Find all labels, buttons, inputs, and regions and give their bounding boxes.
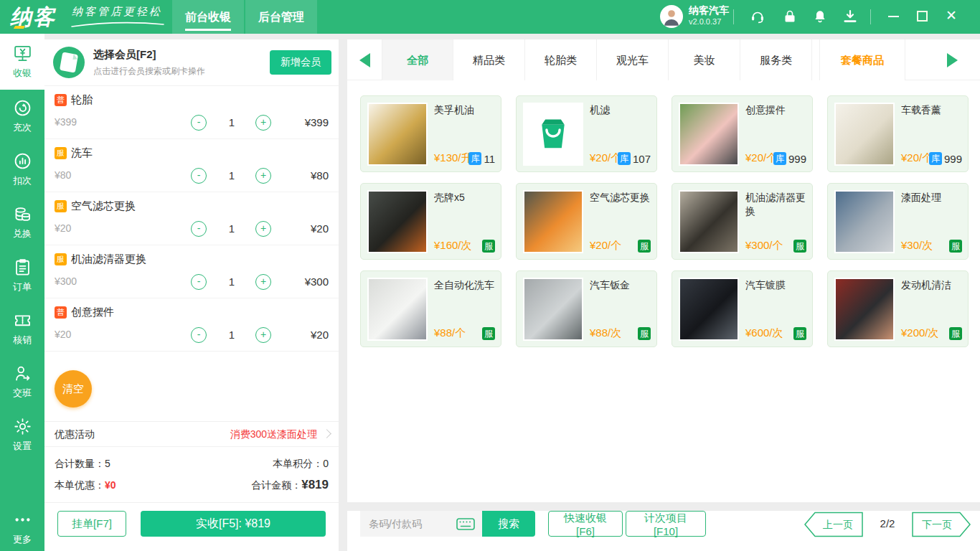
product-card[interactable]: 美孚机油 ¥130/升 库11	[360, 95, 501, 172]
minimize-button[interactable]	[888, 16, 899, 17]
product-card[interactable]: 全自动化洗车 ¥88/个 服	[360, 270, 501, 347]
product-card[interactable]: 创意摆件 ¥20/个 库999	[672, 95, 813, 172]
product-card[interactable]: 汽车钣金 ¥88/次 服	[516, 270, 657, 347]
page-indicator: 2/2	[870, 517, 905, 529]
points-value: 0	[323, 458, 329, 469]
search-button[interactable]: 搜索	[482, 511, 535, 537]
sidebar-item-verify[interactable]: 核销	[0, 302, 44, 355]
product-card[interactable]: 机油滤清器更换 ¥300/个 服	[672, 183, 813, 260]
decrease-qty-button[interactable]: -	[191, 168, 207, 184]
bell-icon[interactable]	[811, 8, 829, 25]
product-card[interactable]: 汽车镀膜 ¥600/次 服	[672, 270, 813, 347]
cart-item: 普 创意摆件 ¥20 - 1 + ¥20	[44, 298, 339, 352]
support-icon[interactable]	[749, 8, 766, 25]
chevron-right-icon	[322, 429, 331, 438]
maximize-button[interactable]	[917, 11, 928, 22]
service-badge: 服	[793, 240, 806, 253]
product-card[interactable]: 机滤 ¥20/个 库107	[516, 95, 657, 172]
pay-button[interactable]: 实收[F5]: ¥819	[141, 511, 326, 537]
sidebar-item-more[interactable]: 更多	[0, 505, 44, 551]
product-card[interactable]: 车载香薰 ¥20/个 库999	[827, 95, 969, 172]
hold-order-button[interactable]: 挂单[F7]	[57, 511, 126, 537]
product-image	[367, 103, 428, 166]
close-button[interactable]: ✕	[943, 7, 960, 24]
cart-item-qty: 1	[221, 169, 242, 182]
product-name: 机油滤清器更换	[745, 191, 806, 218]
points-label: 本单积分：	[273, 458, 323, 469]
product-card[interactable]: 发动机清洁 ¥200/次 服	[827, 270, 969, 347]
cart-item-qty: 1	[221, 276, 242, 288]
cart-item-name: 空气滤芯更换	[71, 199, 136, 213]
sidebar-item-orders[interactable]: 订单	[0, 249, 44, 302]
decrease-qty-button[interactable]: -	[191, 221, 207, 237]
product-photo	[524, 192, 582, 252]
service-badge: 服	[949, 240, 962, 253]
sidebar-item-cashier[interactable]: 收银	[0, 34, 44, 90]
product-price: ¥20/个	[745, 151, 777, 165]
sidebar-item-deduct[interactable]: 扣次	[0, 143, 44, 196]
service-badge: 服	[482, 327, 495, 340]
product-name: 壳牌x5	[434, 191, 495, 204]
product-name: 发动机清洁	[901, 278, 962, 292]
increase-qty-button[interactable]: +	[255, 168, 271, 184]
decrease-qty-button[interactable]: -	[191, 327, 207, 343]
product-price: ¥130/升	[434, 151, 472, 165]
clear-cart-button[interactable]: 清空	[55, 370, 92, 408]
product-card[interactable]: 漆面处理 ¥30/次 服	[827, 183, 969, 260]
product-image	[834, 190, 895, 253]
cart-item-qty: 1	[221, 116, 242, 128]
category-scroll-left-icon[interactable]	[359, 53, 370, 67]
cart-item-qty: 1	[221, 329, 242, 341]
product-image	[679, 278, 739, 341]
add-member-button[interactable]: 新增会员	[270, 50, 331, 75]
category-scroll-right-icon[interactable]	[947, 53, 958, 67]
product-price: ¥88/次	[590, 326, 621, 340]
sidebar-item-exchange[interactable]: 兑换	[0, 196, 44, 249]
keyboard-icon[interactable]	[456, 518, 475, 530]
product-card[interactable]: 壳牌x5 ¥160/次 服	[360, 183, 501, 260]
select-member-bar[interactable]: 选择会员[F2] 点击进行会员搜索或刷卡操作 新增会员	[44, 39, 339, 86]
top-bar: 纳客 纳客管店更轻松 前台收银后台管理 纳客汽车 v2.0.0.37 ✕	[0, 0, 980, 34]
topbar-tab-back[interactable]: 后台管理	[245, 0, 317, 34]
category-tab-sightseeing[interactable]: 观光车	[597, 39, 669, 80]
increase-qty-button[interactable]: +	[255, 274, 271, 290]
category-tab-tires[interactable]: 轮胎类	[525, 39, 597, 80]
select-member-subtitle: 点击进行会员搜索或刷卡操作	[93, 65, 205, 77]
sidebar-item-recharge[interactable]: 充次	[0, 90, 44, 143]
service-badge: 服	[793, 327, 806, 340]
count-item-button[interactable]: 计次项目[F10]	[626, 511, 706, 537]
product-card[interactable]: 空气滤芯更换 ¥20/个 服	[516, 183, 657, 260]
service-badge: 服	[638, 240, 651, 253]
next-page-button[interactable]: 下一页	[911, 512, 971, 537]
category-tab-beauty[interactable]: 美妆	[669, 39, 740, 80]
sidebar-item-shift[interactable]: 交班	[0, 355, 44, 408]
select-member-title: 选择会员[F2]	[93, 48, 156, 62]
cart-item-qty: 1	[221, 222, 242, 235]
category-tab-services[interactable]: 服务类	[740, 39, 812, 80]
category-tab-all[interactable]: 全部	[382, 39, 453, 80]
increase-qty-button[interactable]: +	[255, 327, 271, 343]
quick-cashier-button[interactable]: 快速收银[F6]	[548, 511, 623, 537]
cart-item-total: ¥80	[311, 169, 329, 182]
sidebar-item-settings[interactable]: 设置	[0, 408, 44, 461]
topbar-tab-front[interactable]: 前台收银	[172, 0, 244, 34]
avatar[interactable]	[660, 5, 683, 28]
cart-item-name: 机油滤清器更换	[71, 253, 146, 266]
product-photo	[369, 104, 426, 164]
category-tab-package[interactable]: 套餐商品	[819, 39, 905, 80]
decrease-qty-button[interactable]: -	[191, 115, 207, 131]
category-tab-boutique[interactable]: 精品类	[453, 39, 525, 80]
item-type-badge: 普	[55, 94, 67, 106]
lock-icon[interactable]	[781, 8, 798, 25]
prev-page-button[interactable]: 上一页	[804, 512, 864, 537]
decrease-qty-button[interactable]: -	[191, 274, 207, 290]
increase-qty-button[interactable]: +	[255, 221, 271, 237]
product-price: ¥20/个	[590, 151, 621, 165]
app-version: v2.0.0.37	[689, 17, 721, 26]
increase-qty-button[interactable]: +	[255, 115, 271, 131]
topbar-divider	[870, 9, 871, 24]
sidebar-item-label: 收银	[13, 67, 32, 80]
download-icon[interactable]	[842, 8, 859, 25]
promo-row[interactable]: 优惠活动 消费300送漆面处理	[44, 421, 339, 447]
product-image	[834, 103, 895, 166]
